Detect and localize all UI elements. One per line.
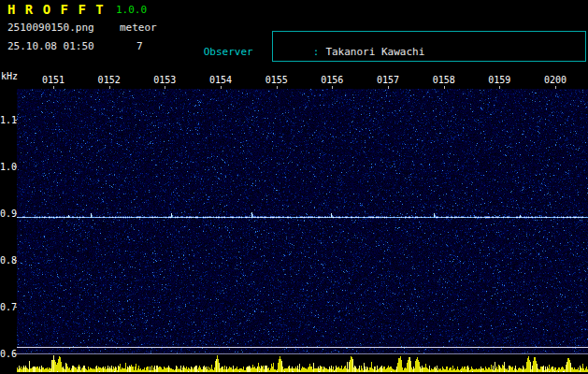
output-filename: 2510090150.png (7, 22, 94, 34)
info-row-observer: Observer:Takanori Kawachi (166, 31, 549, 73)
observation-datetime: 25.10.08 01:50 (7, 40, 94, 52)
y-tick-label: 0.9 (0, 209, 13, 219)
app-title: H R O F F T (7, 2, 105, 17)
y-tick-label: 0.6 (0, 349, 13, 359)
y-tick-label: 0.7 (0, 302, 13, 312)
info-value: Takanori Kawachi (319, 46, 424, 58)
y-tick-label: 1.0 (0, 162, 13, 172)
y-axis-unit-label: kHz (1, 71, 18, 81)
y-tick-label: 0.8 (0, 255, 13, 266)
app-version: 1.0.0 (116, 4, 147, 16)
x-tick-label: 0152 (98, 75, 121, 85)
mode-label: meteor (120, 22, 157, 34)
spectrogram-canvas (17, 89, 588, 372)
y-tick-label: 1.1 (0, 115, 13, 125)
info-label: Observer (204, 45, 313, 59)
meteor-count-value: 7 (136, 40, 143, 52)
hrofft-window: H R O F F T 1.0.0 2510090150.png meteor … (0, 0, 588, 374)
x-tick-label: 0151 (42, 75, 65, 85)
